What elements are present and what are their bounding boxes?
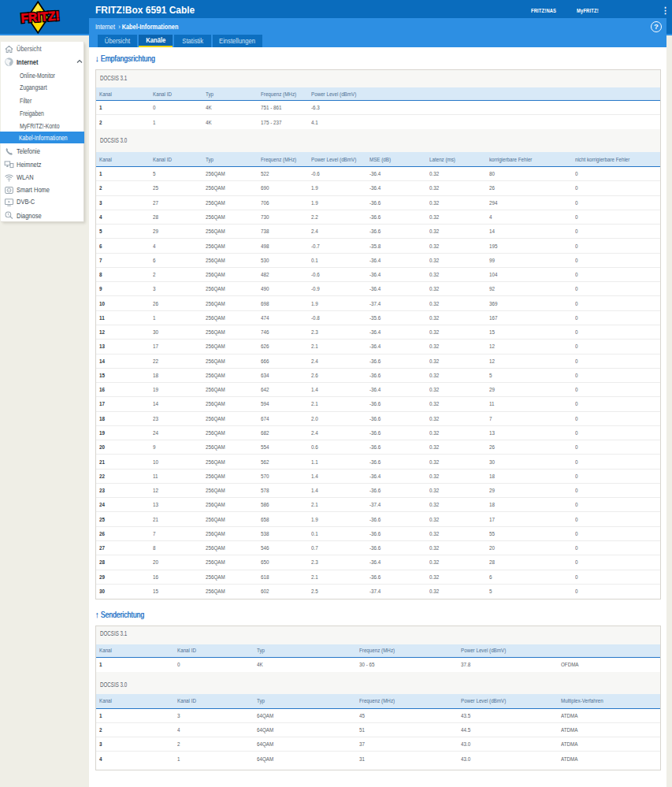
svg-text:FRITZ!: FRITZ! bbox=[20, 9, 60, 24]
